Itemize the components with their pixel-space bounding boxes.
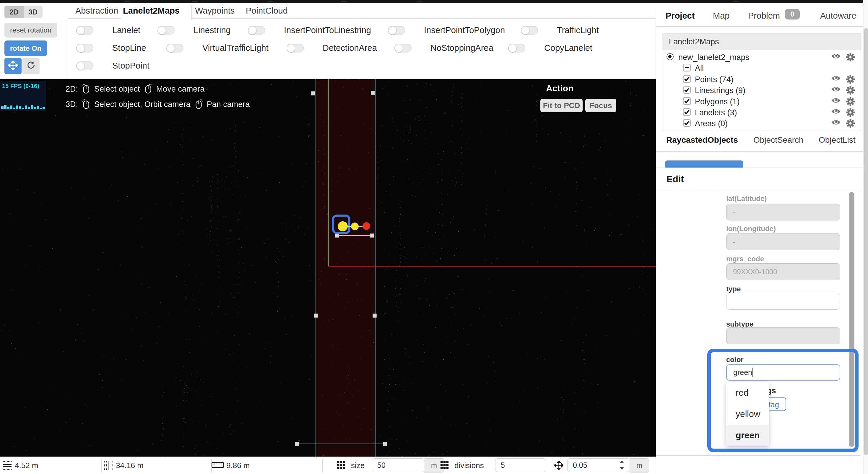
toggle-switch-off[interactable] [76, 61, 93, 70]
toggle-switch-off[interactable] [157, 26, 175, 35]
reset-rotation-button[interactable]: reset rotation [4, 23, 57, 37]
checkbox-checked[interactable] [683, 119, 691, 127]
edit-panel-scrollbar[interactable] [849, 192, 855, 447]
stopline-linestring[interactable] [337, 235, 372, 236]
toggle-switch-off[interactable] [76, 26, 93, 35]
color-input[interactable]: green [726, 364, 840, 381]
visibility-eye-icon[interactable] [831, 75, 840, 84]
tab-object-list[interactable]: ObjectList [819, 135, 856, 145]
layer-radio-selected[interactable] [666, 53, 674, 60]
tab-waypoints[interactable]: Waypoints [195, 6, 235, 16]
layer-settings-gear-icon[interactable] [846, 119, 855, 128]
toggle-lanelet[interactable]: Lanelet [76, 25, 140, 35]
vertex-handle[interactable] [335, 233, 339, 238]
blue-action-button[interactable] [665, 160, 743, 168]
vertex-handle[interactable] [383, 442, 387, 446]
panel-tab-problem[interactable]: Problem [748, 11, 780, 21]
toggle-insertpointtolinestring[interactable]: InsertPointToLinestring [248, 25, 371, 35]
toggle-knob [76, 26, 85, 35]
toggle-nostoppingarea[interactable]: NoStoppingArea [395, 43, 493, 53]
dropdown-option-green[interactable]: green [726, 425, 769, 446]
toggle-switch-off[interactable] [508, 44, 525, 53]
toggle-switch-off[interactable] [248, 26, 265, 35]
toggle-stopline[interactable]: StopLine [76, 43, 146, 53]
visibility-eye-icon[interactable] [831, 53, 840, 62]
refresh-tool-button[interactable] [23, 58, 39, 74]
window-top-strip [0, 0, 868, 3]
checkbox-checked[interactable] [683, 108, 691, 116]
field-input-type[interactable] [726, 293, 840, 310]
toggle-virtualtrafficlight[interactable]: VirtualTrafficLight [166, 43, 269, 53]
traffic-bulb-yellow[interactable] [351, 223, 359, 230]
layer-label: Areas (0) [695, 119, 728, 128]
panel-tab-project[interactable]: Project [665, 11, 694, 21]
toggle-knob [76, 62, 85, 70]
traffic-bulb-yellow[interactable] [338, 221, 348, 231]
dropdown-option-yellow[interactable]: yellow [726, 404, 769, 425]
toggle-stoppoint[interactable]: StopPoint [76, 61, 150, 70]
tab-pointcloud[interactable]: PointCloud [246, 6, 288, 16]
tab-lanelet2maps[interactable]: Lanelet2Maps [123, 6, 180, 16]
panel-tab-autoware[interactable]: Autoware [820, 11, 857, 21]
linestring-left-boundary[interactable] [315, 79, 316, 456]
rotate-on-button[interactable]: rotate On [4, 40, 47, 56]
tab-raycasted-objects[interactable]: RaycastedObjects [666, 135, 738, 145]
linestring-green[interactable] [328, 79, 329, 266]
checkbox-indeterminate[interactable] [683, 64, 691, 71]
step-spinner[interactable] [619, 461, 625, 470]
linestring-right-boundary[interactable] [375, 79, 375, 456]
visibility-eye-icon[interactable] [831, 97, 840, 106]
vertex-handle[interactable] [295, 442, 299, 446]
focus-button[interactable]: Focus [585, 99, 616, 112]
toggle-insertpointtopolygon[interactable]: InsertPointToPolygon [388, 25, 505, 35]
toggle-trafficlight[interactable]: TrafficLight [521, 25, 599, 35]
visibility-eye-icon[interactable] [831, 108, 840, 117]
toggle-switch-off[interactable] [395, 44, 411, 53]
toggle-linestring[interactable]: Linestring [157, 25, 231, 35]
page-scrollbar[interactable] [863, 0, 868, 474]
layer-settings-gear-icon[interactable] [846, 86, 855, 95]
grid-size-input[interactable] [372, 458, 424, 472]
tab-abstraction[interactable]: Abstraction [75, 6, 118, 16]
map-viewport[interactable]: 15 FPS (0-16) 2D: Select object Move cam… [0, 79, 656, 456]
divisions-input[interactable] [495, 458, 546, 472]
vertex-handle[interactable] [314, 314, 318, 318]
checkbox-checked[interactable] [683, 97, 691, 105]
linestring-red[interactable] [328, 266, 656, 267]
layer-settings-gear-icon[interactable] [846, 97, 855, 106]
mode-3d-button[interactable]: 3D [24, 6, 43, 18]
traffic-bulb-red[interactable] [363, 222, 370, 230]
move-tool-button[interactable] [4, 58, 22, 74]
panel-tab-map[interactable]: Map [713, 11, 730, 21]
problem-count-badge: 0 [785, 9, 800, 20]
hint-3d: 3D: Select object, Orbit camera Pan came… [66, 99, 250, 110]
vertex-handle[interactable] [370, 233, 374, 238]
tab-object-search[interactable]: ObjectSearch [753, 135, 804, 145]
layer-settings-gear-icon[interactable] [846, 53, 855, 62]
toggle-switch-off[interactable] [166, 44, 183, 53]
checkbox-checked[interactable] [683, 75, 691, 83]
toggle-switch-off[interactable] [286, 44, 304, 53]
layer-label: new_lanelet2_maps [678, 53, 749, 62]
layer-settings-gear-icon[interactable] [846, 108, 855, 117]
toggle-switch-off[interactable] [388, 26, 405, 35]
toggle-detectionarea[interactable]: DetectionArea [286, 43, 377, 53]
bottom-linestring[interactable] [297, 444, 385, 444]
dropdown-option-red[interactable]: red [726, 382, 769, 404]
divider [656, 151, 868, 152]
fit-to-pcd-button[interactable]: Fit to PCD [540, 99, 583, 112]
visibility-eye-icon[interactable] [831, 86, 840, 95]
toggle-copylanelet[interactable]: CopyLanelet [508, 43, 592, 53]
vertex-handle[interactable] [311, 91, 315, 95]
layer-settings-gear-icon[interactable] [846, 75, 855, 84]
mouse-left-icon [82, 99, 90, 110]
field-input-subtype [726, 327, 840, 344]
layer-label: Lanelets (3) [695, 108, 737, 117]
checkbox-checked[interactable] [683, 86, 691, 94]
vertex-handle[interactable] [373, 314, 377, 318]
toggle-switch-off[interactable] [76, 44, 93, 53]
vertex-handle[interactable] [371, 91, 375, 95]
visibility-eye-icon[interactable] [831, 119, 840, 128]
mode-2d-button[interactable]: 2D [4, 6, 24, 18]
toggle-switch-off[interactable] [521, 26, 538, 35]
